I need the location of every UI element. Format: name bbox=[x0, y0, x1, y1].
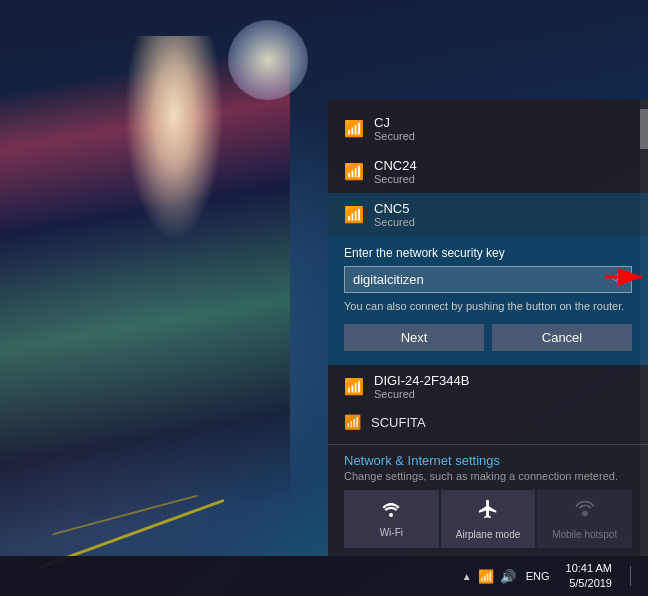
moon-decoration bbox=[228, 20, 308, 100]
wifi-item-scufita[interactable]: 📶 SCUFITA bbox=[328, 408, 648, 436]
quick-btn-airplane[interactable]: Airplane mode bbox=[441, 490, 536, 548]
quick-btn-hotspot[interactable]: Mobile hotspot bbox=[537, 490, 632, 548]
show-desktop-button[interactable] bbox=[624, 556, 632, 596]
tray-speaker-icon[interactable]: 🔊 bbox=[500, 569, 516, 584]
airplane-quick-icon bbox=[477, 498, 499, 525]
wifi-quick-icon bbox=[380, 500, 402, 523]
svg-point-2 bbox=[389, 513, 393, 517]
wifi-status-digi: Secured bbox=[374, 388, 632, 400]
wifi-quick-label: Wi-Fi bbox=[380, 527, 403, 538]
wifi-signal-icon-cj: 📶 bbox=[344, 119, 364, 138]
red-arrow-indicator bbox=[600, 262, 648, 296]
wifi-name-cnc5: CNC5 bbox=[374, 201, 632, 216]
password-hint: You can also connect by pushing the butt… bbox=[344, 299, 632, 314]
wifi-item-cnc24[interactable]: 📶 CNC24 Secured bbox=[328, 150, 648, 193]
wifi-info-cnc24: CNC24 Secured bbox=[374, 158, 632, 185]
wifi-network-list: 📶 CJ Secured 📶 CNC24 Secured 📶 CNC5 bbox=[328, 99, 648, 444]
wifi-name-cj: CJ bbox=[374, 115, 632, 130]
wifi-signal-icon-cnc5: 📶 bbox=[344, 205, 364, 224]
tray-expand-icon[interactable]: ▲ bbox=[462, 571, 472, 582]
next-button[interactable]: Next bbox=[344, 324, 484, 351]
wifi-status-cj: Secured bbox=[374, 130, 632, 142]
wifi-status-cnc24: Secured bbox=[374, 173, 632, 185]
wifi-item-digi[interactable]: 📶 DIGI-24-2F344B Secured bbox=[328, 365, 648, 408]
clock-date: 5/5/2019 bbox=[569, 576, 612, 591]
wifi-info-cnc5: CNC5 Secured bbox=[374, 201, 632, 228]
quick-action-buttons: Wi-Fi Airplane mode bbox=[344, 490, 632, 548]
wifi-item-cnc5[interactable]: 📶 CNC5 Secured bbox=[328, 193, 648, 236]
password-buttons: Next Cancel bbox=[344, 324, 632, 351]
wifi-signal-icon-cnc24: 📶 bbox=[344, 162, 364, 181]
wifi-signal-icon-scufita: 📶 bbox=[344, 414, 361, 430]
wifi-name-digi: DIGI-24-2F344B bbox=[374, 373, 632, 388]
airplane-quick-label: Airplane mode bbox=[456, 529, 520, 540]
hotspot-quick-icon bbox=[574, 498, 596, 525]
system-tray: ▲ 📶 🔊 ENG 10:41 AM 5/5/2019 bbox=[454, 556, 640, 596]
settings-title[interactable]: Network & Internet settings bbox=[344, 453, 632, 468]
password-input-wrap: 👁 bbox=[344, 266, 632, 293]
wifi-panel: 📶 CJ Secured 📶 CNC24 Secured 📶 CNC5 bbox=[328, 99, 648, 556]
password-section: Enter the network security key 👁 bbox=[328, 236, 648, 365]
settings-subtitle: Change settings, such as making a connec… bbox=[344, 470, 632, 482]
hotspot-quick-label: Mobile hotspot bbox=[552, 529, 617, 540]
tray-network-icon[interactable]: 📶 bbox=[478, 569, 494, 584]
system-clock[interactable]: 10:41 AM 5/5/2019 bbox=[560, 561, 618, 592]
tray-icons-group: ▲ 📶 🔊 bbox=[462, 569, 516, 584]
wifi-item-cj[interactable]: 📶 CJ Secured bbox=[328, 107, 648, 150]
tray-language-indicator[interactable]: ENG bbox=[522, 570, 554, 582]
wifi-status-cnc5: Secured bbox=[374, 216, 632, 228]
network-settings-section: Network & Internet settings Change setti… bbox=[328, 444, 648, 556]
cancel-button[interactable]: Cancel bbox=[492, 324, 632, 351]
wallpaper-figure bbox=[0, 36, 290, 556]
wifi-info-cj: CJ Secured bbox=[374, 115, 632, 142]
password-label: Enter the network security key bbox=[344, 246, 632, 260]
wifi-info-digi: DIGI-24-2F344B Secured bbox=[374, 373, 632, 400]
password-input[interactable] bbox=[344, 266, 632, 293]
wifi-signal-icon-digi: 📶 bbox=[344, 377, 364, 396]
password-input-container: 👁 bbox=[344, 266, 632, 293]
svg-point-3 bbox=[582, 511, 588, 516]
wifi-name-cnc24: CNC24 bbox=[374, 158, 632, 173]
quick-btn-wifi[interactable]: Wi-Fi bbox=[344, 490, 439, 548]
wifi-name-scufita: SCUFITA bbox=[371, 415, 426, 430]
taskbar: ▲ 📶 🔊 ENG 10:41 AM 5/5/2019 bbox=[0, 556, 648, 596]
show-desktop-indicator bbox=[625, 566, 631, 586]
clock-time: 10:41 AM bbox=[566, 561, 612, 576]
